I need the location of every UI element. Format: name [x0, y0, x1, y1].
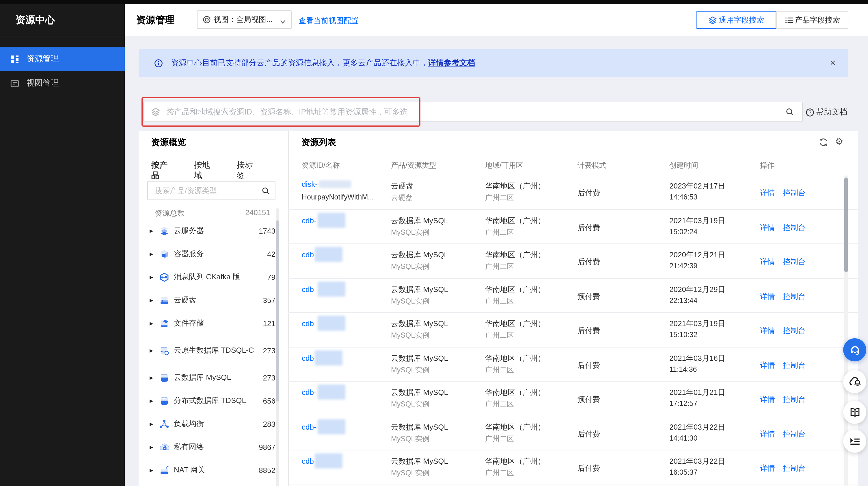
- create-date: 2021年03月22日: [669, 422, 725, 432]
- resource-id-link[interactable]: cdb-: [302, 283, 345, 296]
- expand-triangle-icon[interactable]: ▶: [150, 321, 155, 326]
- product-tree-item[interactable]: ▶ 容器服务 42: [138, 242, 276, 265]
- cell-create-time: 2021年03月19日 15:02:24: [669, 209, 759, 244]
- cell-create-time: 2020年12月21日 21:42:39: [669, 244, 759, 278]
- cloud-alert-button[interactable]: [843, 370, 866, 393]
- product-tree-item[interactable]: ▶ 消息队列 CKafka 版 79: [138, 265, 276, 289]
- masked-id: [319, 180, 351, 188]
- docs-book-button[interactable]: [843, 401, 866, 424]
- expand-triangle-icon[interactable]: ▶: [150, 398, 155, 403]
- table-row[interactable]: cdb 云数据库 MySQL MySQL实例 华南地区（广州） 广州二区 后付费…: [288, 244, 858, 279]
- table-scrollbar-thumb[interactable]: [844, 177, 848, 273]
- type-line: MySQL实例: [391, 434, 429, 444]
- product-line: 云数据库 MySQL: [391, 388, 448, 398]
- resource-id-link[interactable]: cdb: [302, 352, 343, 365]
- expand-triangle-icon[interactable]: ▶: [150, 421, 155, 426]
- console-link[interactable]: 控制台: [783, 188, 806, 198]
- product-tree-item[interactable]: ▶ 文件存储 121: [138, 312, 276, 335]
- overview-scrollbar-thumb[interactable]: [276, 220, 279, 401]
- total-label: 资源总数: [155, 208, 185, 219]
- sidebar: 资源中心 资源管理 视图管理: [0, 4, 125, 486]
- detail-link[interactable]: 详情: [760, 325, 775, 336]
- refresh-icon[interactable]: [819, 138, 828, 147]
- detail-link[interactable]: 详情: [760, 188, 775, 198]
- table-row[interactable]: cdb- 云数据库 MySQL MySQL实例 华南地区（广州） 广州二区 预付…: [288, 382, 858, 416]
- product-tree-item[interactable]: ▶ 分布式数据库 TDSQL 656: [138, 389, 276, 412]
- quick-entry-button[interactable]: [843, 430, 866, 453]
- expand-triangle-icon[interactable]: ▶: [150, 348, 155, 353]
- console-link[interactable]: 控制台: [783, 325, 806, 336]
- create-time: 21:42:39: [669, 262, 698, 270]
- customer-service-button[interactable]: [843, 338, 866, 362]
- view-config-link[interactable]: 查看当前视图配置: [299, 16, 359, 26]
- detail-link[interactable]: 详情: [760, 291, 775, 302]
- console-link[interactable]: 控制台: [783, 463, 806, 474]
- resource-id-link[interactable]: cdb: [302, 455, 343, 468]
- detail-link[interactable]: 详情: [760, 463, 775, 474]
- resource-id-link[interactable]: cdb-: [302, 386, 345, 400]
- resource-id-link[interactable]: disk-: [302, 180, 351, 189]
- product-tree-item[interactable]: ▶ 云原生数据库 TDSQL-C 273: [138, 335, 276, 366]
- table-row[interactable]: cdb- 云数据库 MySQL MySQL实例 华南地区（广州） 广州二区 后付…: [288, 313, 858, 347]
- cell-actions: 详情 控制台: [760, 244, 847, 278]
- gear-icon[interactable]: ⚙: [835, 136, 843, 147]
- console-link[interactable]: 控制台: [783, 360, 806, 370]
- search-icon[interactable]: [785, 108, 794, 116]
- notice-doc-link[interactable]: 详情参考文档: [428, 58, 475, 67]
- expand-triangle-icon[interactable]: ▶: [150, 375, 155, 380]
- console-link[interactable]: 控制台: [783, 429, 806, 439]
- button-label: 通用字段搜索: [719, 15, 764, 25]
- console-link[interactable]: 控制台: [783, 222, 806, 233]
- console-link[interactable]: 控制台: [783, 291, 806, 302]
- product-count: 273: [263, 346, 276, 355]
- resource-id-link[interactable]: cdb-: [302, 317, 345, 331]
- create-time: 15:10:32: [669, 331, 698, 339]
- expand-triangle-icon[interactable]: ▶: [150, 445, 155, 450]
- search-icon[interactable]: [261, 187, 270, 195]
- global-search-input[interactable]: [165, 107, 785, 117]
- resource-id-link[interactable]: cdb: [302, 249, 343, 262]
- product-tree-item[interactable]: ▶ 云硬盘 357: [138, 289, 276, 312]
- help-doc-link[interactable]: ? 帮助文档: [806, 107, 847, 117]
- sidebar-item-view-management[interactable]: 视图管理: [0, 71, 125, 95]
- table-row[interactable]: cdb- 云数据库 MySQL MySQL实例 华南地区（广州） 广州二区 后付…: [288, 416, 858, 451]
- detail-link[interactable]: 详情: [760, 257, 775, 267]
- detail-link[interactable]: 详情: [760, 394, 775, 405]
- table-row[interactable]: cdb 云数据库 MySQL MySQL实例 华南地区（广州） 广州二区 后付费…: [288, 451, 858, 485]
- table-row[interactable]: cdb- 云数据库 MySQL MySQL实例 华南地区（广州） 广州二区 预付…: [288, 279, 858, 313]
- table-row[interactable]: disk- HourpayNotifyWithM... 云硬盘 云硬盘 华南地区…: [288, 175, 858, 209]
- console-link[interactable]: 控制台: [783, 394, 806, 405]
- product-name: 云服务器: [174, 226, 204, 235]
- table-title: 资源列表: [302, 137, 336, 148]
- table-row[interactable]: cdb 云数据库 MySQL MySQL实例 华南地区（广州） 广州二区 后付费…: [288, 347, 858, 382]
- expand-triangle-icon[interactable]: ▶: [150, 228, 155, 233]
- expand-triangle-icon[interactable]: ▶: [150, 275, 155, 280]
- product-field-search-button[interactable]: 产品字段搜索: [776, 11, 848, 29]
- product-tree-item[interactable]: ▶ 云服务器 1743: [138, 219, 276, 242]
- common-field-search-button[interactable]: 通用字段搜索: [696, 11, 776, 29]
- detail-link[interactable]: 详情: [760, 429, 775, 439]
- resource-id-link[interactable]: cdb-: [302, 421, 345, 434]
- expand-triangle-icon[interactable]: ▶: [150, 251, 155, 256]
- cell-product: 云数据库 MySQL MySQL实例: [391, 313, 484, 347]
- close-icon[interactable]: ×: [830, 56, 836, 70]
- product-name: 云硬盘: [174, 295, 196, 305]
- product-tree-item[interactable]: ▶ 云数据库 MySQL 273: [138, 366, 276, 389]
- view-selector-dropdown[interactable]: 视图：全局视图...: [197, 10, 292, 29]
- sidebar-item-resource-management[interactable]: 资源管理: [0, 47, 125, 71]
- product-tree-item[interactable]: ▶ 负载均衡 283: [138, 412, 276, 435]
- expand-triangle-icon[interactable]: ▶: [150, 297, 155, 303]
- product-tree-item[interactable]: ▶ NAT 网关 8852: [138, 459, 276, 482]
- cell-resource-id: cdb: [302, 244, 389, 278]
- cell-create-time: 2020年12月29日 22:13:44: [669, 279, 759, 312]
- console-link[interactable]: 控制台: [783, 257, 806, 267]
- expand-triangle-icon[interactable]: ▶: [150, 467, 155, 473]
- resource-id-link[interactable]: cdb-: [302, 214, 345, 228]
- table-row[interactable]: cdb- 云数据库 MySQL MySQL实例 华南地区（广州） 广州二区 后付…: [288, 209, 858, 244]
- product-line: 云数据库 MySQL: [391, 284, 448, 295]
- cell-resource-id: cdb-: [302, 416, 389, 450]
- detail-link[interactable]: 详情: [760, 222, 775, 233]
- overview-search-input[interactable]: [154, 185, 261, 195]
- detail-link[interactable]: 详情: [760, 360, 775, 370]
- product-tree-item[interactable]: ▶ 私有网络 9867: [138, 435, 276, 459]
